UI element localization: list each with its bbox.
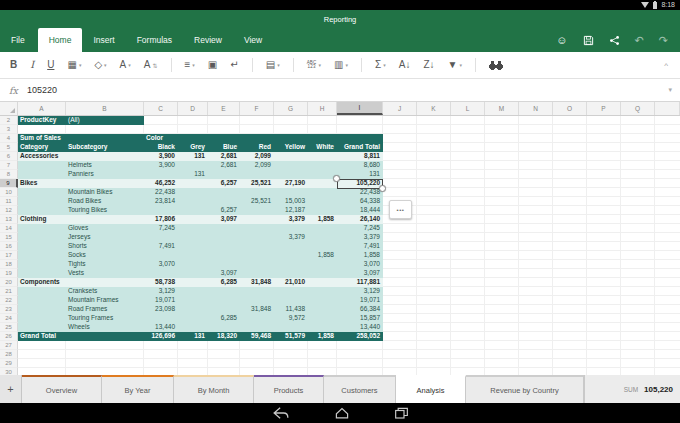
cell-H25[interactable]: [308, 323, 337, 332]
cell-B4[interactable]: [66, 134, 144, 143]
cell-M4[interactable]: [485, 134, 519, 143]
cell-I10[interactable]: 22,438: [337, 188, 383, 197]
cell-C22[interactable]: 19,071: [144, 296, 178, 305]
cell-J8[interactable]: [383, 170, 417, 179]
cell-C19[interactable]: [144, 269, 178, 278]
cell-H10[interactable]: [308, 188, 337, 197]
cell-C17[interactable]: [144, 251, 178, 260]
sort-descending-button[interactable]: Z↓: [423, 59, 434, 71]
cell-H11[interactable]: [308, 197, 337, 206]
cell-A20[interactable]: Components: [18, 278, 66, 287]
cell-G29[interactable]: [274, 359, 308, 368]
cell-D4[interactable]: [178, 134, 208, 143]
cell-I16[interactable]: 7,491: [337, 242, 383, 251]
borders-button[interactable]: ▦▾: [67, 59, 81, 71]
expand-formula-bar-icon[interactable]: ▾: [668, 86, 680, 94]
cell-E2[interactable]: [208, 116, 240, 125]
cell-P19[interactable]: [587, 269, 621, 278]
cell-B30[interactable]: [66, 368, 144, 375]
cell-D20[interactable]: [178, 278, 208, 287]
cell-L27[interactable]: [451, 341, 485, 350]
cell-K27[interactable]: [417, 341, 451, 350]
cell-N4[interactable]: [519, 134, 553, 143]
cell-L11[interactable]: [451, 197, 485, 206]
cell-O26[interactable]: [553, 332, 587, 341]
row-header-4[interactable]: 4: [0, 134, 18, 143]
cell-P11[interactable]: [587, 197, 621, 206]
cell-K2[interactable]: [417, 116, 451, 125]
cell-B29[interactable]: [66, 359, 144, 368]
cell-A12[interactable]: [18, 206, 66, 215]
cell-D14[interactable]: [178, 224, 208, 233]
cell-H15[interactable]: [308, 233, 337, 242]
cell-A30[interactable]: [18, 368, 66, 375]
cell-F13[interactable]: [240, 215, 274, 224]
cell-F11[interactable]: 25,521: [240, 197, 274, 206]
cell-A9[interactable]: Bikes: [18, 179, 66, 188]
cell-M14[interactable]: [485, 224, 519, 233]
cell-Q27[interactable]: [621, 341, 655, 350]
cell-K19[interactable]: [417, 269, 451, 278]
cell-K21[interactable]: [417, 287, 451, 296]
cell-M20[interactable]: [485, 278, 519, 287]
cell-J10[interactable]: [383, 188, 417, 197]
cell-H13[interactable]: 1,858: [308, 215, 337, 224]
cell-D19[interactable]: [178, 269, 208, 278]
cell-N23[interactable]: [519, 305, 553, 314]
row-header-5[interactable]: 5: [0, 143, 18, 152]
cell-C25[interactable]: 13,440: [144, 323, 178, 332]
column-header-L[interactable]: L: [451, 102, 485, 115]
cell-Q22[interactable]: [621, 296, 655, 305]
cell-E5[interactable]: Blue: [208, 143, 240, 152]
cell-A11[interactable]: [18, 197, 66, 206]
cell-H18[interactable]: [308, 260, 337, 269]
cell-F26[interactable]: 59,468: [240, 332, 274, 341]
merge-cells-button[interactable]: ▣: [208, 59, 217, 71]
cell-M12[interactable]: [485, 206, 519, 215]
cell-A17[interactable]: [18, 251, 66, 260]
cell-M19[interactable]: [485, 269, 519, 278]
back-icon[interactable]: [272, 407, 290, 419]
feedback-smiley-icon[interactable]: ☺: [556, 35, 567, 46]
cell-Q20[interactable]: [621, 278, 655, 287]
cell-A3[interactable]: [18, 125, 66, 134]
cell-H20[interactable]: [308, 278, 337, 287]
sheet-tab-overview[interactable]: Overview: [22, 375, 102, 403]
cell-P15[interactable]: [587, 233, 621, 242]
cell-I8[interactable]: 131: [337, 170, 383, 179]
cell-K8[interactable]: [417, 170, 451, 179]
cell-D16[interactable]: [178, 242, 208, 251]
cell-O22[interactable]: [553, 296, 587, 305]
cell-N6[interactable]: [519, 152, 553, 161]
cell-B23[interactable]: Road Frames: [66, 305, 144, 314]
column-header-J[interactable]: J: [383, 102, 417, 115]
cell-H17[interactable]: 1,858: [308, 251, 337, 260]
row-header-21[interactable]: 21: [0, 287, 18, 296]
column-header-O[interactable]: O: [553, 102, 587, 115]
cell-B8[interactable]: Panniers: [66, 170, 144, 179]
cell-N24[interactable]: [519, 314, 553, 323]
cell-I17[interactable]: 1,858: [337, 251, 383, 260]
row-header-13[interactable]: 13: [0, 215, 18, 224]
cell-C7[interactable]: 3,900: [144, 161, 178, 170]
cell-K20[interactable]: [417, 278, 451, 287]
cell-K26[interactable]: [417, 332, 451, 341]
cell-L9[interactable]: [451, 179, 485, 188]
cell-I22[interactable]: 19,071: [337, 296, 383, 305]
sheet-tab-by-year[interactable]: By Year: [102, 375, 174, 403]
cell-F5[interactable]: Red: [240, 143, 274, 152]
cell-H22[interactable]: [308, 296, 337, 305]
cell-A26[interactable]: Grand Total: [18, 332, 66, 341]
cell-M27[interactable]: [485, 341, 519, 350]
cell-A19[interactable]: [18, 269, 66, 278]
ribbon-tab-view[interactable]: View: [233, 28, 273, 52]
cell-B11[interactable]: Road Bikes: [66, 197, 144, 206]
cell-P3[interactable]: [587, 125, 621, 134]
cell-Q7[interactable]: [621, 161, 655, 170]
cell-Q29[interactable]: [621, 359, 655, 368]
column-header-A[interactable]: A: [18, 102, 66, 115]
cell-F27[interactable]: [240, 341, 274, 350]
filter-button[interactable]: ▼▾: [448, 59, 462, 71]
cell-C28[interactable]: [144, 350, 178, 359]
cell-F16[interactable]: [240, 242, 274, 251]
